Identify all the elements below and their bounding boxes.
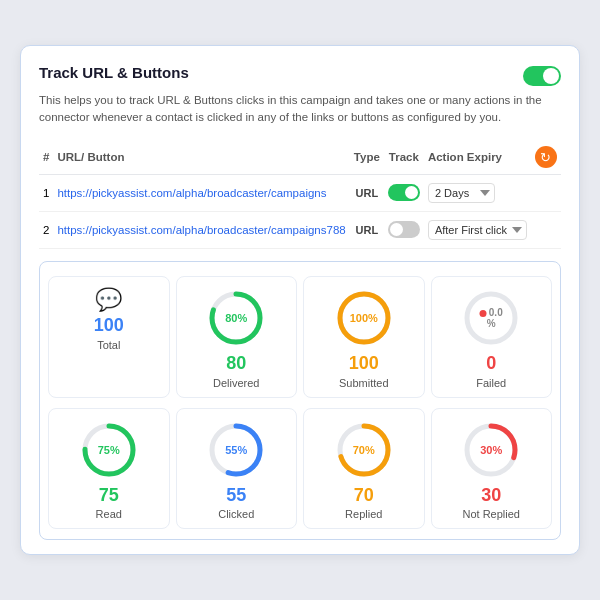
table-row: 1 https://pickyassist.com/alpha/broadcas… <box>39 175 561 212</box>
clicked-label: Clicked <box>218 508 254 520</box>
stat-total: 💬 100 Total <box>48 276 170 398</box>
submitted-label: Submitted <box>339 377 389 389</box>
total-value: 100 <box>94 315 124 337</box>
delivered-donut: 80% <box>205 287 267 349</box>
card-header: Track URL & Buttons <box>39 64 561 86</box>
clicked-donut: 55% <box>205 419 267 481</box>
row2-link[interactable]: https://pickyassist.com/alpha/broadcaste… <box>57 224 345 236</box>
col-header-url: URL/ Button <box>53 140 349 175</box>
replied-label: Replied <box>345 508 382 520</box>
row2-track[interactable] <box>384 212 424 249</box>
clicked-value: 55 <box>226 485 246 507</box>
failed-dot-icon <box>480 310 487 317</box>
failed-value: 0 <box>486 353 496 375</box>
read-pct: 75% <box>98 444 120 456</box>
stat-failed: 0.0 % 0 Failed <box>431 276 553 398</box>
col-header-expiry: Action Expiry <box>424 140 531 175</box>
col-header-type: Type <box>350 140 384 175</box>
row2-expiry: After First click 2 Days 7 Days <box>424 212 531 249</box>
read-label: Read <box>96 508 122 520</box>
card-description: This helps you to track URL & Buttons cl… <box>39 92 561 127</box>
failed-label: Failed <box>476 377 506 389</box>
col-header-index: # <box>39 140 53 175</box>
url-table: # URL/ Button Type Track Action Expiry ↻… <box>39 140 561 249</box>
row2-expiry-select[interactable]: After First click 2 Days 7 Days <box>428 220 527 240</box>
total-label: Total <box>97 339 120 351</box>
not-replied-donut: 30% <box>460 419 522 481</box>
row1-expiry: 2 Days 1 Day 7 Days 30 Days <box>424 175 531 212</box>
submitted-donut: 100% <box>333 287 395 349</box>
row1-link[interactable]: https://pickyassist.com/alpha/broadcaste… <box>57 187 326 199</box>
replied-pct: 70% <box>353 444 375 456</box>
row1-index: 1 <box>39 175 53 212</box>
stats-panel: 💬 100 Total 80% 80 Delivered <box>39 261 561 540</box>
stat-delivered: 80% 80 Delivered <box>176 276 298 398</box>
row2-toggle[interactable] <box>388 221 420 238</box>
stats-grid: 💬 100 Total 80% 80 Delivered <box>48 276 552 529</box>
main-toggle[interactable] <box>523 66 561 86</box>
row1-toggle[interactable] <box>388 184 420 201</box>
submitted-pct: 100% <box>350 312 378 324</box>
delivered-label: Delivered <box>213 377 259 389</box>
row1-url: https://pickyassist.com/alpha/broadcaste… <box>53 175 349 212</box>
read-donut: 75% <box>78 419 140 481</box>
replied-donut: 70% <box>333 419 395 481</box>
refresh-button[interactable]: ↻ <box>535 146 557 168</box>
stat-submitted: 100% 100 Submitted <box>303 276 425 398</box>
col-header-refresh: ↻ <box>531 140 561 175</box>
submitted-value: 100 <box>349 353 379 375</box>
card-title: Track URL & Buttons <box>39 64 189 81</box>
stat-not-replied: 30% 30 Not Replied <box>431 408 553 530</box>
not-replied-value: 30 <box>481 485 501 507</box>
row1-expiry-select[interactable]: 2 Days 1 Day 7 Days 30 Days <box>428 183 495 203</box>
row2-url: https://pickyassist.com/alpha/broadcaste… <box>53 212 349 249</box>
clicked-pct: 55% <box>225 444 247 456</box>
main-card: Track URL & Buttons This helps you to tr… <box>20 45 580 556</box>
row1-track[interactable] <box>384 175 424 212</box>
failed-dot-pct: 0.0 % <box>476 307 507 329</box>
row1-action <box>531 175 561 212</box>
row1-type: URL <box>350 175 384 212</box>
read-value: 75 <box>99 485 119 507</box>
delivered-pct: 80% <box>225 312 247 324</box>
failed-donut: 0.0 % <box>460 287 522 349</box>
total-icon: 💬 <box>95 287 122 313</box>
stat-replied: 70% 70 Replied <box>303 408 425 530</box>
not-replied-pct: 30% <box>480 444 502 456</box>
col-header-track: Track <box>384 140 424 175</box>
row2-type: URL <box>350 212 384 249</box>
stat-clicked: 55% 55 Clicked <box>176 408 298 530</box>
table-row: 2 https://pickyassist.com/alpha/broadcas… <box>39 212 561 249</box>
stat-read: 75% 75 Read <box>48 408 170 530</box>
row2-index: 2 <box>39 212 53 249</box>
not-replied-label: Not Replied <box>463 508 520 520</box>
delivered-value: 80 <box>226 353 246 375</box>
replied-value: 70 <box>354 485 374 507</box>
row2-action <box>531 212 561 249</box>
